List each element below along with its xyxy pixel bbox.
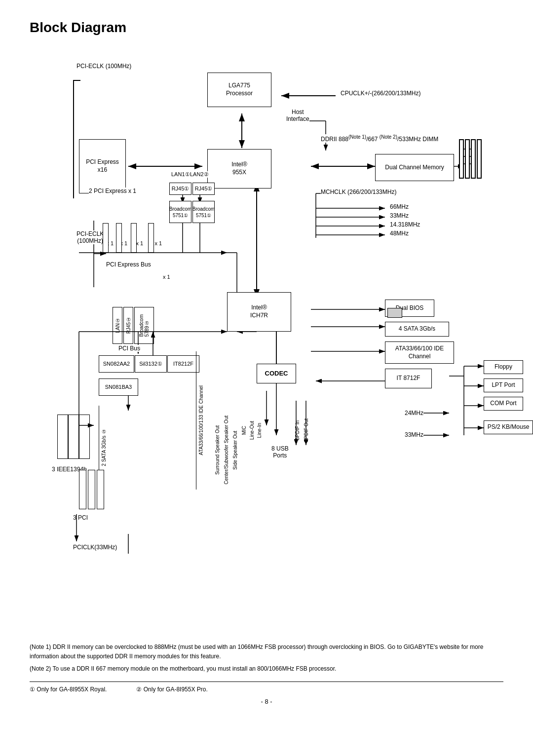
pcieclk-label: PCI-ECLK (100MHz) — [76, 63, 131, 70]
intel-ich7r-box: Intel®ICH7R — [227, 292, 291, 332]
dimm-slot-1 — [459, 139, 464, 179]
lan2-label: LAN2② — [190, 171, 209, 178]
lan1-label: LAN1① — [171, 171, 190, 178]
mchclk-label: MCHCLK (266/200/133MHz) — [321, 189, 396, 195]
dimm-slot-4 — [477, 139, 482, 179]
pci-express-2x1-label: 2 PCI Express x 1 — [89, 188, 136, 194]
rj45-2-box: RJ45① — [192, 183, 215, 195]
pci-arrow — [69, 514, 84, 544]
freq-66-label: 66MHz — [390, 203, 409, 210]
sil3132-box: Sil3132① — [135, 355, 167, 373]
pci-slot-1 — [79, 470, 86, 509]
block-diagram: PCI-ECLK (100MHz) PCI Expressx16 LGA775P… — [30, 40, 503, 633]
pci-slot-3 — [97, 470, 104, 509]
ieee1394-slot-3 — [57, 415, 68, 459]
host-interface-label: HostInterface — [286, 109, 309, 122]
floppy-box: Floppy — [484, 360, 523, 374]
pcieclk2-label: PCI-ECLK(100MHz) — [76, 230, 104, 244]
com-port-box: COM Port — [484, 397, 523, 411]
pcieclk-top — [73, 80, 80, 81]
lpt-port-box: LPT Port — [484, 378, 523, 392]
footer: ① Only for GA-8I955X Royal. ② Only for G… — [30, 681, 503, 693]
center-subwoofer-label: Center/Subwoofer Speaker Out — [221, 401, 231, 499]
note2-text: (Note 2) To use a DDR II 667 memory modu… — [30, 664, 503, 674]
eight-usb-label: 8 USBPorts — [271, 445, 289, 459]
rj45-1-box: RJ45① — [169, 183, 191, 195]
freq-48-label: 48MHz — [390, 230, 409, 237]
page-title: Block Diagram — [30, 20, 503, 36]
pcie-slot-4 — [148, 223, 154, 253]
spdif-out-label: SPDIF Out — [301, 401, 311, 460]
rj45-rotated-box: RJ45① — [123, 307, 133, 344]
lan-rotated-box: LAN① — [113, 307, 122, 344]
broadcom-5751-2-box: Broadcom5751① — [192, 201, 215, 223]
ieee1394-slot-2 — [68, 415, 79, 459]
dimm-slot-3 — [471, 139, 476, 179]
ddrii-label: DDRII 888(Note 1)/667 (Note 2)/533MHz DI… — [321, 134, 438, 143]
freq-33-label: 33MHz — [390, 212, 409, 219]
side-speaker-label: Side Speaker Out — [230, 401, 240, 499]
page-number: - 8 - — [30, 698, 503, 705]
dimm-slot-2 — [465, 139, 470, 179]
footnote2-text: ② Only for GA-8I955X Pro. — [136, 686, 207, 693]
broadcom-5789-box: Broadcom5789① — [134, 307, 154, 344]
sn082aa2-box: SN082AA2 — [99, 355, 134, 373]
dual-channel-memory-box: Dual Channel Memory — [375, 154, 454, 181]
intel-955x-box: Intel®955X — [207, 149, 271, 189]
freq-33b-label: 33MHz — [405, 431, 423, 438]
pcie-slot-3 — [131, 223, 137, 253]
pciclk-label: PCICLK(33MHz) — [73, 544, 117, 551]
freq-24-label: 24MHz — [405, 410, 423, 416]
note1-text: (Note 1) DDR II memory can be overclocke… — [30, 643, 503, 661]
freq-14-label: 14.318MHz — [390, 221, 420, 228]
ata133-ide-label: ATA33/66/100/133 IDE Channel — [196, 351, 206, 490]
codec-box: CODEC — [257, 364, 296, 383]
notes-section: (Note 1) DDR II memory can be overclocke… — [30, 643, 503, 674]
ps2-box: PS/2 KB/Mouse — [484, 420, 533, 434]
pci-express-bus-label: PCI Express Bus — [106, 261, 151, 268]
it8712f-box: IT 8712F — [385, 369, 432, 388]
lga775-box: LGA775Processor — [207, 73, 271, 107]
pci-bus-label: PCI Bus — [118, 345, 140, 352]
it8212f-box: IT8212F — [167, 355, 199, 373]
pci-slot-2 — [88, 470, 95, 509]
cpuclk-label: CPUCLK+/-(266/200/133MHz) — [341, 90, 420, 97]
pci-express-x16-box: PCI Expressx16 — [79, 139, 126, 193]
footnote1-text: ① Only for GA-8I955X Royal. — [30, 686, 107, 693]
sn081ba3-box: SN081BA3 — [99, 378, 138, 396]
pcieclk-line — [73, 80, 74, 198]
pcie-slot-2 — [116, 223, 122, 253]
ieee1394-slot-1 — [79, 415, 90, 459]
sata-box: 4 SATA 3Gb/s — [385, 322, 449, 337]
broadcom-5751-1-box: Broadcom5751① — [169, 201, 191, 223]
pcie-slot-1 — [103, 223, 109, 253]
x1-extra-label: x 1 — [163, 274, 170, 280]
surround-label: Surround Speaker Out — [212, 401, 222, 499]
ata-ide-box: ATA33/66/100 IDEChannel — [385, 341, 454, 364]
line-in-label: Line-In — [254, 401, 264, 460]
bios-chip-icon — [387, 308, 402, 318]
spdif-in-label: SPDIF In — [292, 401, 302, 460]
